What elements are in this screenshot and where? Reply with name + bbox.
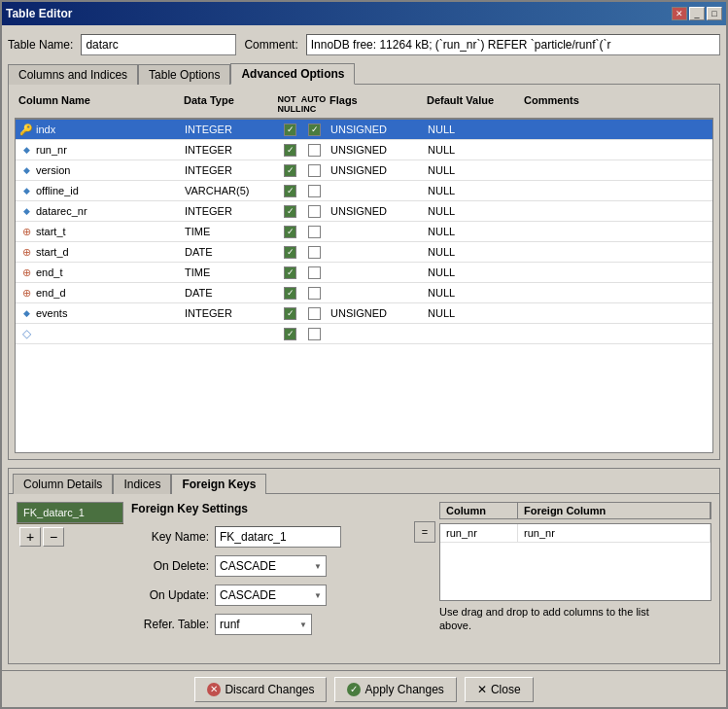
ai-checkbox[interactable] bbox=[308, 205, 321, 218]
nn-checkbox[interactable] bbox=[284, 266, 296, 279]
cell-comments bbox=[521, 222, 712, 241]
table-row[interactable]: ◇ bbox=[16, 324, 712, 344]
ai-checkbox[interactable] bbox=[308, 164, 321, 177]
tab-indices[interactable]: Indices bbox=[113, 474, 171, 494]
comment-input[interactable] bbox=[306, 34, 720, 55]
cell-nn bbox=[278, 142, 302, 159]
table-row[interactable]: ⊕ end_d DATE NULL bbox=[16, 283, 712, 303]
cell-default: NULL bbox=[424, 263, 521, 282]
cell-ai bbox=[302, 142, 327, 159]
tab-columns-indices[interactable]: Columns and Indices bbox=[8, 64, 138, 85]
comment-label: Comment: bbox=[244, 38, 297, 52]
table-row[interactable]: ⊕ end_t TIME NULL bbox=[16, 263, 712, 283]
table-row[interactable]: ⊕ start_t TIME NULL bbox=[16, 222, 712, 242]
nn-checkbox[interactable] bbox=[284, 205, 296, 218]
remove-fk-button[interactable]: − bbox=[43, 527, 64, 547]
ai-checkbox[interactable] bbox=[308, 307, 321, 320]
table-row[interactable]: 🔑 indx INTEGER UNSIGNED NULL bbox=[16, 120, 712, 140]
list-item[interactable]: FK_datarc_1 bbox=[17, 503, 122, 522]
cell-name: ◆ run_nr bbox=[16, 140, 181, 160]
col-header-name: Column Name bbox=[15, 92, 180, 116]
key-name-label: Key Name: bbox=[131, 530, 209, 544]
on-update-label: On Update: bbox=[131, 588, 209, 602]
title-bar: Table Editor ✕ _ □ bbox=[2, 2, 726, 25]
nn-checkbox[interactable] bbox=[284, 226, 296, 238]
cell-comments bbox=[521, 303, 712, 323]
table-row[interactable]: ⊕ start_d DATE NULL bbox=[16, 242, 712, 263]
minimize-button[interactable]: _ bbox=[689, 7, 705, 20]
nn-checkbox[interactable] bbox=[284, 164, 296, 177]
refer-table-select[interactable]: runf ▼ bbox=[215, 614, 312, 635]
discard-changes-button[interactable]: ✕ Discard Changes bbox=[194, 677, 327, 702]
tab-table-options[interactable]: Table Options bbox=[138, 64, 230, 85]
ai-checkbox[interactable] bbox=[308, 266, 321, 279]
cell-name: 🔑 indx bbox=[16, 120, 181, 139]
cell-ai bbox=[302, 265, 327, 281]
cell-ai bbox=[302, 183, 327, 199]
on-update-select[interactable]: CASCADE ▼ bbox=[215, 585, 327, 606]
table-row[interactable]: ◆ datarec_nr INTEGER UNSIGNED NULL bbox=[16, 201, 712, 222]
apply-icon: ✓ bbox=[347, 683, 361, 696]
nn-checkbox[interactable] bbox=[284, 287, 296, 300]
bottom-section: Column Details Indices Foreign Keys FK_d… bbox=[8, 468, 720, 664]
cell-comments bbox=[521, 263, 712, 282]
ai-checkbox[interactable] bbox=[308, 185, 321, 197]
cell-name: ⊕ end_t bbox=[16, 263, 181, 282]
nn-checkbox[interactable] bbox=[284, 185, 296, 197]
ai-checkbox[interactable] bbox=[308, 246, 321, 259]
cell-comments bbox=[521, 120, 712, 139]
cell-comments bbox=[521, 160, 712, 180]
cell-type: VARCHAR(5) bbox=[181, 181, 278, 200]
on-delete-row: On Delete: CASCADE ▼ bbox=[131, 554, 406, 578]
tab-foreign-keys[interactable]: Foreign Keys bbox=[171, 474, 266, 494]
right-panel-container: = Column Foreign Column run_nr run_nr bbox=[414, 502, 711, 656]
table-row[interactable]: ◆ run_nr INTEGER UNSIGNED NULL bbox=[16, 140, 712, 160]
cell-nn bbox=[278, 305, 302, 322]
cell-flags bbox=[327, 242, 424, 262]
end-icon: ⊕ bbox=[19, 225, 33, 238]
nn-checkbox[interactable] bbox=[284, 307, 296, 320]
list-item[interactable]: run_nr run_nr bbox=[440, 524, 711, 543]
col-header-nn: NOTNULL bbox=[277, 92, 301, 116]
nn-checkbox[interactable] bbox=[284, 124, 296, 136]
refer-table-arrow-icon: ▼ bbox=[299, 620, 307, 629]
maximize-button[interactable]: □ bbox=[707, 7, 722, 20]
cell-nn bbox=[278, 224, 302, 240]
key-name-input[interactable] bbox=[215, 526, 341, 548]
diamond-icon: ◇ bbox=[19, 327, 33, 340]
add-fk-button[interactable]: + bbox=[19, 527, 41, 547]
nn-checkbox[interactable] bbox=[284, 144, 296, 157]
fk-icon: ◆ bbox=[19, 143, 33, 157]
table-row[interactable]: ◆ events INTEGER UNSIGNED NULL bbox=[16, 303, 712, 324]
cell-default: NULL bbox=[424, 201, 521, 221]
ai-checkbox[interactable] bbox=[308, 124, 321, 136]
table-name-input[interactable] bbox=[81, 34, 236, 55]
close-button[interactable]: ✕ Close bbox=[465, 677, 534, 702]
discard-label: Discard Changes bbox=[225, 683, 314, 696]
table-row[interactable]: ◆ version INTEGER UNSIGNED NULL bbox=[16, 160, 712, 181]
nn-checkbox[interactable] bbox=[284, 328, 296, 340]
ai-checkbox[interactable] bbox=[308, 328, 321, 340]
close-window-icon[interactable]: ✕ bbox=[672, 7, 687, 20]
cell-name: ◇ bbox=[16, 324, 181, 343]
col-header-type: Data Type bbox=[180, 92, 277, 116]
eq-button[interactable]: = bbox=[414, 521, 435, 543]
fk-col-cell-foreign: run_nr bbox=[518, 524, 711, 542]
content-area: Table Name: Comment: Columns and Indices… bbox=[2, 25, 726, 670]
ai-checkbox[interactable] bbox=[308, 226, 321, 238]
cell-nn bbox=[278, 122, 302, 138]
cell-ai bbox=[302, 203, 327, 220]
ai-checkbox[interactable] bbox=[308, 287, 321, 300]
ai-checkbox[interactable] bbox=[308, 144, 321, 157]
table-row[interactable]: ◆ offline_id VARCHAR(5) NULL bbox=[16, 181, 712, 201]
apply-changes-button[interactable]: ✓ Apply Changes bbox=[334, 677, 456, 702]
cell-flags: UNSIGNED bbox=[327, 120, 424, 139]
tab-column-details[interactable]: Column Details bbox=[13, 474, 113, 494]
nn-checkbox[interactable] bbox=[284, 246, 296, 259]
main-tab-content: Column Name Data Type NOTNULL AUTOINC Fl… bbox=[8, 84, 720, 460]
tab-advanced-options[interactable]: Advanced Options bbox=[230, 63, 355, 85]
on-delete-select[interactable]: CASCADE ▼ bbox=[215, 555, 327, 577]
cell-ai bbox=[302, 244, 327, 261]
cell-ai bbox=[302, 224, 327, 240]
cell-nn bbox=[278, 265, 302, 281]
